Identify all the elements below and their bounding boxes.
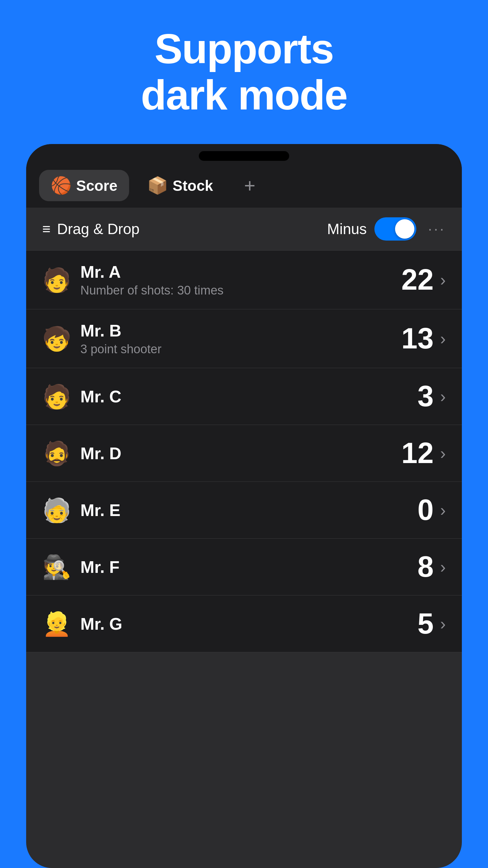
player-avatar: 🧓 xyxy=(42,499,71,522)
player-subtitle: Number of shots: 30 times xyxy=(80,283,401,298)
player-score: 22 xyxy=(401,263,434,297)
player-score-section: 8› xyxy=(401,550,446,584)
player-score-section: 0› xyxy=(401,493,446,527)
tab-stock-label: Stock xyxy=(173,177,213,194)
player-row[interactable]: 🧔Mr. D12› xyxy=(26,425,462,482)
basketball-icon: 🏀 xyxy=(51,176,72,195)
player-score: 13 xyxy=(401,322,434,355)
chevron-right-icon: › xyxy=(440,270,446,290)
chevron-right-icon: › xyxy=(440,614,446,633)
player-name: Mr. E xyxy=(80,500,401,520)
player-avatar: 🧑 xyxy=(42,268,71,291)
player-score: 12 xyxy=(401,437,434,470)
filter-icon: ≡ xyxy=(42,221,51,237)
player-score: 0 xyxy=(401,493,434,527)
notch-bar xyxy=(199,151,289,161)
player-subtitle: 3 point shooter xyxy=(80,342,401,356)
player-score: 3 xyxy=(401,380,434,413)
player-row[interactable]: 🧓Mr. E0› xyxy=(26,482,462,538)
player-name: Mr. A xyxy=(80,262,401,282)
player-score-section: 5› xyxy=(401,607,446,640)
player-score: 8 xyxy=(401,550,434,584)
player-info: Mr. F xyxy=(80,557,401,577)
player-avatar: 🧑 xyxy=(42,385,71,408)
player-avatar: 👱 xyxy=(42,612,71,636)
controls-bar: ≡ Drag & Drop Minus ··· xyxy=(26,208,462,251)
phone-notch xyxy=(26,144,462,163)
chevron-right-icon: › xyxy=(440,557,446,577)
header-title: Supports dark mode xyxy=(121,26,366,118)
box-icon: 📦 xyxy=(147,176,168,195)
chevron-right-icon: › xyxy=(440,444,446,463)
player-score: 5 xyxy=(401,607,434,640)
header-line2: dark mode xyxy=(141,71,347,119)
phone-mockup: 🏀 Score 📦 Stock + ≡ Drag & Drop Minus ··… xyxy=(26,144,462,868)
player-avatar: 🕵️ xyxy=(42,555,71,579)
player-row[interactable]: 🕵️Mr. F8› xyxy=(26,538,462,595)
tab-score-label: Score xyxy=(76,177,118,194)
player-info: Mr. ANumber of shots: 30 times xyxy=(80,262,401,298)
player-name: Mr. B xyxy=(80,321,401,340)
player-info: Mr. E xyxy=(80,500,401,520)
tab-stock[interactable]: 📦 Stock xyxy=(135,170,225,201)
player-name: Mr. C xyxy=(80,387,401,406)
player-info: Mr. C xyxy=(80,387,401,406)
tab-bar: 🏀 Score 📦 Stock + xyxy=(26,163,462,208)
player-row[interactable]: 🧒Mr. B3 point shooter13› xyxy=(26,309,462,368)
header-line1: Supports xyxy=(155,25,334,72)
player-row[interactable]: 🧑Mr. ANumber of shots: 30 times22› xyxy=(26,251,462,309)
chevron-right-icon: › xyxy=(440,387,446,406)
player-row[interactable]: 🧑Mr. C3› xyxy=(26,368,462,425)
player-score-section: 12› xyxy=(401,437,446,470)
more-options-button[interactable]: ··· xyxy=(428,221,446,237)
minus-toggle[interactable] xyxy=(375,217,416,241)
player-score-section: 22› xyxy=(401,263,446,297)
player-name: Mr. G xyxy=(80,614,401,633)
tab-score[interactable]: 🏀 Score xyxy=(39,170,129,201)
player-avatar: 🧒 xyxy=(42,327,71,350)
drag-drop-label: Drag & Drop xyxy=(57,220,140,238)
minus-label: Minus xyxy=(327,220,367,238)
player-info: Mr. D xyxy=(80,444,401,463)
player-row[interactable]: 👱Mr. G5› xyxy=(26,595,462,652)
player-name: Mr. D xyxy=(80,444,401,463)
player-info: Mr. G xyxy=(80,614,401,633)
player-info: Mr. B3 point shooter xyxy=(80,321,401,356)
chevron-right-icon: › xyxy=(440,329,446,348)
player-score-section: 3› xyxy=(401,380,446,413)
chevron-right-icon: › xyxy=(440,500,446,520)
player-list: 🧑Mr. ANumber of shots: 30 times22›🧒Mr. B… xyxy=(26,251,462,652)
player-name: Mr. F xyxy=(80,557,401,577)
add-tab-button[interactable]: + xyxy=(237,171,262,200)
player-avatar: 🧔 xyxy=(42,442,71,465)
drag-drop-section: ≡ Drag & Drop xyxy=(42,220,139,238)
toggle-knob xyxy=(395,219,414,239)
player-score-section: 13› xyxy=(401,322,446,355)
